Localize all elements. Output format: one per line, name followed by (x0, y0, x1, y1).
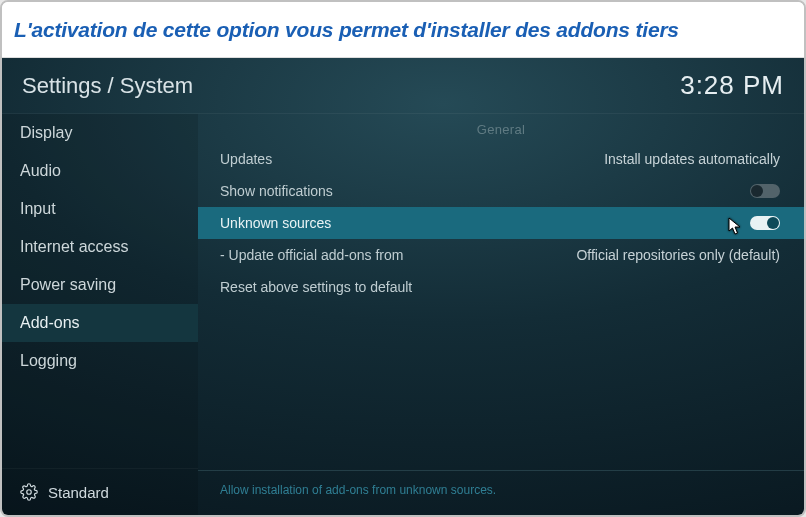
section-header-general: General (198, 114, 804, 143)
sidebar-item-display[interactable]: Display (2, 114, 198, 152)
toggle-unknown-sources[interactable] (750, 216, 780, 230)
row-label: Show notifications (220, 183, 333, 199)
row-label: - Update official add-ons from (220, 247, 403, 263)
gear-icon (20, 483, 38, 501)
clock: 3:28 PM (680, 70, 784, 101)
row-unknown-sources[interactable]: Unknown sources (198, 207, 804, 239)
sidebar-item-input[interactable]: Input (2, 190, 198, 228)
sidebar-item-audio[interactable]: Audio (2, 152, 198, 190)
sidebar: Display Audio Input Internet access Powe… (2, 114, 198, 515)
breadcrumb[interactable]: Settings / System (22, 73, 193, 99)
row-value: Install updates automatically (604, 151, 780, 167)
row-label: Reset above settings to default (220, 279, 412, 295)
header: Settings / System 3:28 PM (2, 58, 804, 114)
toggle-show-notifications[interactable] (750, 184, 780, 198)
caption-text: L'activation de cette option vous permet… (14, 18, 679, 42)
settings-level-button[interactable]: Standard (2, 468, 198, 515)
row-show-notifications[interactable]: Show notifications (198, 175, 804, 207)
cursor-icon (728, 217, 744, 240)
sidebar-item-logging[interactable]: Logging (2, 342, 198, 380)
row-update-official-addons[interactable]: - Update official add-ons from Official … (198, 239, 804, 271)
sidebar-item-add-ons[interactable]: Add-ons (2, 304, 198, 342)
row-value: Official repositories only (default) (576, 247, 780, 263)
row-updates[interactable]: Updates Install updates automatically (198, 143, 804, 175)
row-label: Unknown sources (220, 215, 331, 231)
hint-bar: Allow installation of add-ons from unkno… (198, 470, 804, 515)
settings-level-label: Standard (48, 484, 109, 501)
svg-point-0 (27, 490, 32, 495)
app-window: Settings / System 3:28 PM Display Audio … (2, 58, 804, 515)
row-label: Updates (220, 151, 272, 167)
sidebar-item-power-saving[interactable]: Power saving (2, 266, 198, 304)
caption-bar: L'activation de cette option vous permet… (2, 2, 804, 58)
sidebar-item-internet-access[interactable]: Internet access (2, 228, 198, 266)
row-reset-defaults[interactable]: Reset above settings to default (198, 271, 804, 303)
main-panel: General Updates Install updates automati… (198, 114, 804, 515)
